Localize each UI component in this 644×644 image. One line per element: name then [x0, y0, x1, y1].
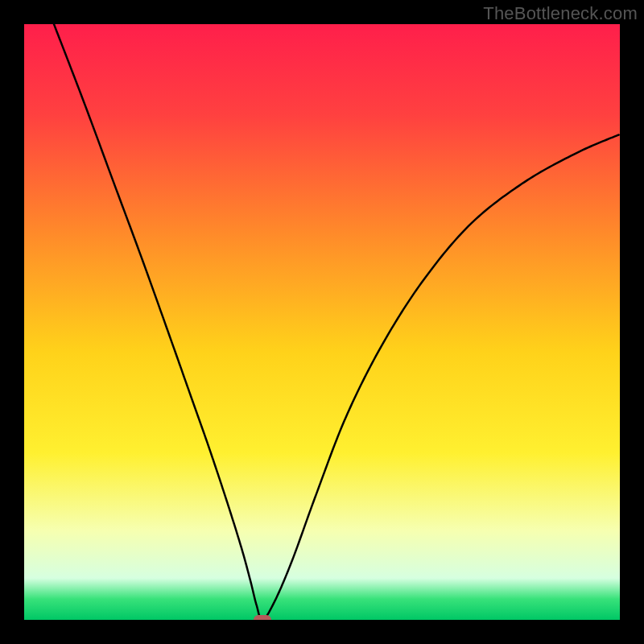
optimum-marker: [254, 615, 271, 620]
watermark-text: TheBottleneck.com: [483, 3, 638, 24]
chart-frame: TheBottleneck.com: [0, 0, 644, 644]
plot-area: [24, 24, 620, 620]
bottleneck-curve: [24, 24, 620, 620]
